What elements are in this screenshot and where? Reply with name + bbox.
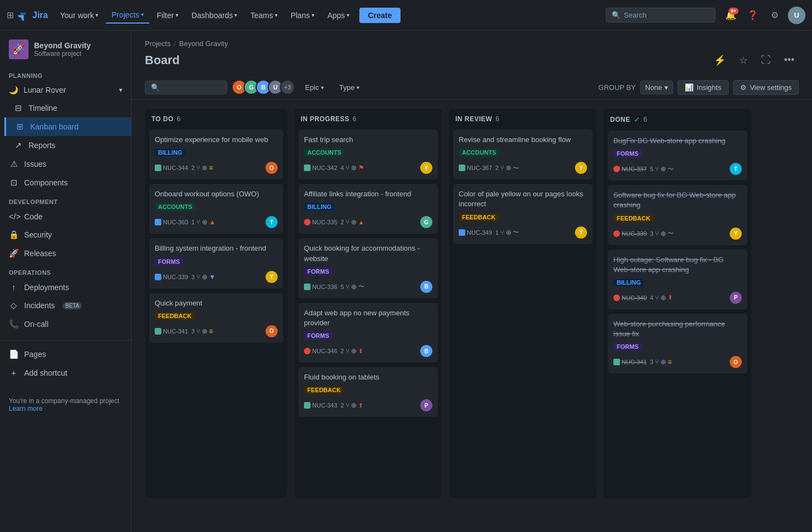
card[interactable]: Optimize experience for mobile web BILLI… xyxy=(149,129,283,179)
notifications-button[interactable]: 🔔 9+ xyxy=(722,7,740,24)
add-shortcut-icon: + xyxy=(9,368,19,377)
card[interactable]: Fluid booking on tablets FEEDBACK NUC-34… xyxy=(298,367,438,417)
branch-icon: ⑂ xyxy=(196,327,200,335)
card-id: NUC-360 xyxy=(155,219,188,225)
breadcrumb-projects[interactable]: Projects xyxy=(145,39,171,48)
card-meta: NUC-337 5 ⑂ ⊕ 〜 T xyxy=(613,163,742,175)
nav-projects[interactable]: Projects▾ xyxy=(106,7,149,24)
sidebar-item-oncall[interactable]: 📞 On-call xyxy=(0,315,131,333)
card-title: Affiliate links integration - frontend xyxy=(304,189,432,199)
branch-icon: ⑂ xyxy=(196,218,200,226)
sidebar-group-lunar-rover[interactable]: 🌙 Lunar Rover ▾ xyxy=(0,81,131,99)
nav-teams[interactable]: Teams▾ xyxy=(245,8,283,23)
col-count-done: 6 xyxy=(644,116,647,123)
logo[interactable]: Jira xyxy=(18,10,48,21)
card[interactable]: Revise and streamline booking flow ACCOU… xyxy=(453,129,593,179)
nav-filter[interactable]: Filter▾ xyxy=(151,8,184,23)
nav-apps[interactable]: Apps▾ xyxy=(322,8,355,23)
create-button[interactable]: Create xyxy=(359,8,401,23)
breadcrumb: Projects / Beyond Gravity xyxy=(132,31,812,50)
lunar-rover-label: Lunar Rover xyxy=(24,86,66,94)
type-filter[interactable]: Type ▾ xyxy=(334,81,365,94)
sidebar-label-oncall: On-call xyxy=(24,320,48,329)
card-avatar: P xyxy=(420,399,432,411)
insights-button[interactable]: 📊 Insights xyxy=(678,80,729,95)
fullscreen-button[interactable]: ⛶ xyxy=(757,52,775,69)
card[interactable]: Web-store purchasing performance issue f… xyxy=(608,314,747,373)
sidebar-item-issues[interactable]: ⚠ Issues xyxy=(0,155,131,173)
view-settings-button[interactable]: ⚙ View settings xyxy=(733,80,799,95)
epic-filter[interactable]: Epic ▾ xyxy=(300,81,329,94)
card-meta: NUC-343 2 ⑂ ⊕ ⬆ P xyxy=(304,399,432,411)
sidebar-item-code[interactable]: </> Code xyxy=(0,207,131,225)
project-avatar: 🚀 xyxy=(9,39,29,59)
group-by-select[interactable]: None ▾ xyxy=(640,81,673,94)
card[interactable]: Color of pale yellow on our pages looks … xyxy=(453,184,593,244)
col-cards-done: BugFix BG Web-store app crashing FORMS N… xyxy=(604,128,752,498)
view-settings-icon: ⚙ xyxy=(740,83,747,92)
card-tag: FORMS xyxy=(155,258,183,265)
card-avatar: Y xyxy=(730,228,742,240)
search-box[interactable]: 🔍 Search xyxy=(606,8,715,22)
card-avatar: G xyxy=(420,216,432,228)
story-points-icon: ⊕ xyxy=(351,164,357,172)
sidebar-label-add-shortcut: Add shortcut xyxy=(24,369,67,377)
card[interactable]: Quick booking for accommodations - websi… xyxy=(298,238,438,298)
meta-icons: 1 ⑂ ⊕ 〜 xyxy=(495,228,519,236)
footer-learn-more[interactable]: Learn more xyxy=(9,405,42,412)
card[interactable]: Quick payment FEEDBACK NUC-341 3 ⑂ ⊕ ≡ O xyxy=(149,293,283,343)
meta-icons: 4 ⑂ ⊕ ⚑ xyxy=(341,164,364,172)
card-meta: NUC-342 4 ⑂ ⊕ ⚑ Y xyxy=(304,162,432,174)
nav-your-work[interactable]: Your work▾ xyxy=(54,8,104,23)
branch-icon: ⑂ xyxy=(655,230,659,237)
story-points-icon: ⊕ xyxy=(351,283,357,291)
meta-icons: 5 ⑂ ⊕ 〜 xyxy=(341,282,364,291)
card-meta: NUC-349 1 ⑂ ⊕ 〜 Y xyxy=(459,227,587,239)
sidebar-project[interactable]: 🚀 Beyond Gravity Software project xyxy=(0,31,131,66)
components-icon: ⊡ xyxy=(9,178,19,188)
more-button[interactable]: ••• xyxy=(780,52,799,69)
card[interactable]: Affiliate links integration - frontend B… xyxy=(298,184,438,234)
sidebar-item-add-shortcut[interactable]: + Add shortcut xyxy=(0,364,131,382)
card[interactable]: BugFix BG Web-store app crashing FORMS N… xyxy=(608,131,747,180)
card[interactable]: High outage: Software bug fix - BG Web-s… xyxy=(608,250,747,309)
sidebar-item-components[interactable]: ⊡ Components xyxy=(0,173,131,192)
meta-icons: 2 ⑂ ⊕ ≡ xyxy=(191,164,213,172)
nav-dashboards[interactable]: Dashboards▾ xyxy=(186,8,243,23)
column-inprogress: IN PROGRESS6 Fast trip search ACCOUNTS N… xyxy=(294,109,442,498)
sidebar-item-kanban[interactable]: ⊞ Kanban board xyxy=(4,117,131,136)
column-todo: TO DO6 Optimize experience for mobile we… xyxy=(145,109,287,498)
settings-button[interactable]: ⚙ xyxy=(766,7,783,24)
sidebar-item-incidents[interactable]: ◇ Incidents BETA xyxy=(0,296,131,315)
planning-label: PLANNING xyxy=(0,66,131,81)
sidebar-label-deployments: Deployments xyxy=(24,283,69,292)
meta-icons: 3 ⑂ ⊕ ≡ xyxy=(191,327,213,335)
sidebar-item-deployments[interactable]: ↑ Deployments xyxy=(0,278,131,296)
story-points-icon: ⊕ xyxy=(661,230,666,237)
breadcrumb-project[interactable]: Beyond Gravity xyxy=(179,39,228,48)
nav-plans[interactable]: Plans▾ xyxy=(285,8,320,23)
story-points-icon: ⊕ xyxy=(661,294,666,302)
avatar-filter-more[interactable]: +3 xyxy=(280,80,295,95)
sidebar-item-security[interactable]: 🔒 Security xyxy=(0,225,131,244)
user-avatar[interactable]: U xyxy=(788,7,805,24)
help-button[interactable]: ❓ xyxy=(744,7,762,24)
card[interactable]: Adapt web app no new payments provider F… xyxy=(298,303,438,363)
board-search[interactable]: 🔍 xyxy=(145,81,227,94)
grid-icon[interactable]: ⊞ xyxy=(7,10,14,20)
card[interactable]: Fast trip search ACCOUNTS NUC-342 4 ⑂ ⊕ … xyxy=(298,129,438,179)
sidebar-item-pages[interactable]: 📄 Pages xyxy=(0,345,131,364)
lightning-button[interactable]: ⚡ xyxy=(709,52,730,69)
star-button[interactable]: ☆ xyxy=(735,52,752,69)
sidebar-item-releases[interactable]: 🚀 Releases xyxy=(0,244,131,263)
card[interactable]: Onboard workout options (OWO) ACCOUNTS N… xyxy=(149,184,283,234)
card-tag: FORMS xyxy=(304,268,332,275)
story-points-icon: ⊕ xyxy=(351,401,357,409)
sidebar-item-reports[interactable]: ↗ Reports xyxy=(4,136,131,155)
card[interactable]: Billing system integration - frontend FO… xyxy=(149,238,283,288)
sidebar-label-components: Components xyxy=(24,178,67,187)
sidebar-item-timeline[interactable]: ⊟ Timeline xyxy=(4,99,131,117)
board-search-input[interactable] xyxy=(163,83,221,92)
card[interactable]: Software bug fix for BG Web-store app cr… xyxy=(608,185,747,245)
deployments-icon: ↑ xyxy=(9,282,19,292)
